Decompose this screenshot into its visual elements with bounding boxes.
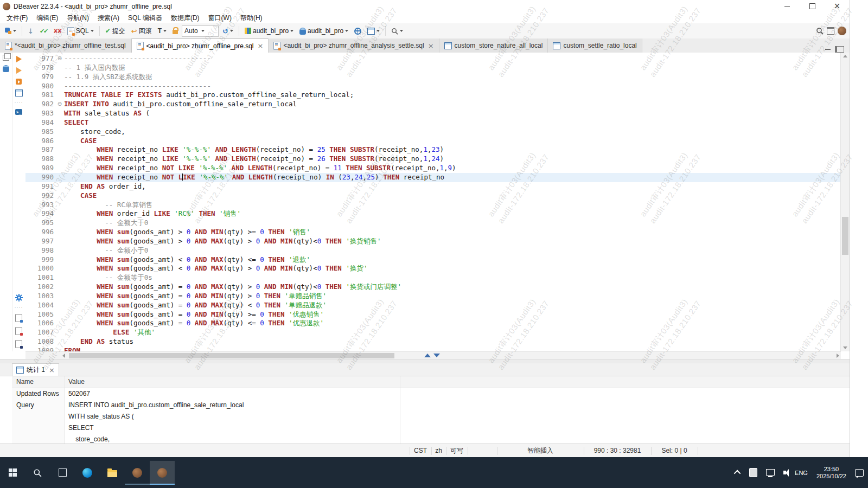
terminal-icon[interactable] — [15, 109, 22, 115]
column-header-name[interactable]: Name — [12, 376, 65, 388]
code-line[interactable]: 1003 WHEN sum(goods_amt) = 0 AND MIN(qty… — [25, 292, 841, 301]
code-area[interactable]: 977⊖------------------------------------… — [25, 53, 841, 351]
minimize-view-icon[interactable] — [825, 49, 831, 50]
result-grid-icon[interactable] — [15, 89, 23, 97]
code-line[interactable]: 990 WHEN receipt_no NOT LIKE '%-%-%' AND… — [25, 173, 841, 182]
code-line[interactable]: 980------------------------------------ — [25, 82, 841, 91]
tab-close-icon[interactable]: × — [48, 366, 55, 374]
maximize-view-icon[interactable] — [835, 46, 844, 53]
lock-button[interactable] — [170, 25, 180, 37]
tab-close-icon[interactable]: × — [257, 42, 264, 50]
code-line[interactable]: 1007 ELSE '其他' — [25, 328, 841, 337]
edge-button[interactable] — [75, 461, 100, 485]
rollback-marks-button[interactable]: ✘✘ — [51, 25, 63, 37]
editor-tab[interactable]: <audit_bi_pro> zhumr_offline_pre.sql× — [131, 38, 269, 53]
menu-item[interactable]: 文件(F) — [2, 14, 32, 23]
code-line[interactable]: 996 WHEN sum(goods_amt) > 0 AND MIN(qty)… — [25, 228, 841, 237]
query-history-button[interactable]: ↺ — [220, 25, 235, 37]
commit-mode-select[interactable]: Auto — [182, 25, 219, 37]
code-line[interactable]: 983WITH sale_status AS ( — [25, 109, 841, 118]
execute-script-icon[interactable] — [16, 67, 22, 74]
scroll-right-icon[interactable] — [837, 354, 839, 358]
menu-item[interactable]: 导航(N) — [62, 14, 93, 23]
task-view-button[interactable] — [50, 461, 75, 485]
perspective-icon[interactable] — [827, 27, 834, 35]
code-line[interactable]: 1006 WHEN sum(goods_amt) = 0 AND MAX(qty… — [25, 319, 841, 328]
execute-statement-icon[interactable] — [16, 56, 22, 62]
code-line[interactable]: 995 -- 金额大于0 — [25, 219, 841, 228]
scroll-left-icon[interactable] — [62, 354, 65, 358]
dbeaver-taskbar-button[interactable] — [125, 461, 150, 485]
code-line[interactable]: 998 -- 金额小于0 — [25, 246, 841, 255]
editor-tab[interactable]: custom_store_nature_all_local — [439, 38, 548, 53]
vertical-scroll-thumb[interactable] — [842, 217, 848, 255]
scroll-down-icon[interactable] — [843, 346, 847, 349]
document-dark-icon[interactable] — [15, 340, 22, 348]
schema-select[interactable]: audit_bi_pro — [297, 25, 350, 37]
database-navigator-icon[interactable] — [3, 65, 9, 72]
volume-tray-button[interactable] — [779, 457, 790, 488]
code-line[interactable]: 982⊖INSERT INTO audit_bi_pro.custom_offl… — [25, 100, 841, 109]
clock[interactable]: 23:50 2025/10/22 — [812, 466, 851, 480]
code-line[interactable]: 1009FROM — [25, 346, 841, 351]
code-line[interactable]: 1001 -- 金额等于0s — [25, 273, 841, 282]
code-line[interactable]: 981TRUNCATE TABLE IF EXISTS audit_bi_pro… — [25, 91, 841, 100]
editor-vertical-scrollbar[interactable] — [840, 53, 850, 351]
code-line[interactable]: 987 WHEN receipt_no LIKE '%-%-%' AND LEN… — [25, 145, 841, 155]
document-blue-icon[interactable] — [15, 314, 22, 322]
document-red-icon[interactable] — [15, 327, 22, 335]
file-explorer-button[interactable] — [100, 461, 125, 485]
table-row[interactable]: Updated Rows502067 — [12, 388, 850, 400]
code-line[interactable]: 1002 WHEN sum(goods_amt) = 0 AND MAX(qty… — [25, 282, 841, 292]
ime-tray-button[interactable] — [745, 457, 762, 488]
explain-plan-icon[interactable] — [16, 79, 22, 85]
code-line[interactable]: 978-- 1 插入国内数据 — [25, 63, 841, 73]
code-line[interactable]: 1004 WHEN sum(goods_amt) = 0 AND MAX(qty… — [25, 301, 841, 310]
menu-item[interactable]: 窗口(W) — [204, 14, 236, 23]
code-line[interactable]: 986 CASE — [25, 137, 841, 146]
code-line[interactable]: 993 -- RC单算销售 — [25, 201, 841, 210]
horizontal-scroll-thumb[interactable] — [69, 353, 394, 358]
code-line[interactable]: 1005 WHEN sum(goods_amt) = 0 AND MIN(qty… — [25, 310, 841, 319]
editor-tab[interactable]: custom_settle_ratio_local — [548, 38, 642, 53]
code-line[interactable]: 994 WHEN order_id LIKE 'RC%' THEN '销售' — [25, 209, 841, 219]
menu-item[interactable]: 数据库(D) — [167, 14, 204, 23]
dbeaver-taskbar-button-active[interactable] — [150, 461, 175, 485]
fold-marker[interactable]: ⊖ — [55, 54, 64, 63]
fold-marker[interactable]: ⊖ — [55, 100, 64, 109]
menu-item[interactable]: 帮助(H) — [236, 14, 267, 23]
scroll-up-icon[interactable] — [843, 55, 847, 57]
start-button[interactable] — [0, 461, 25, 485]
code-line[interactable]: 979-- 1.9 插入SBZ老系统数据 — [25, 73, 841, 82]
search-icon[interactable] — [816, 27, 824, 35]
code-line[interactable]: 997 WHEN sum(goods_amt) > 0 AND MAX(qty)… — [25, 237, 841, 246]
sql-editor[interactable]: 977⊖------------------------------------… — [25, 53, 841, 351]
taskbar-search-button[interactable] — [25, 461, 50, 485]
datasource-select[interactable]: audit_bi_pro — [242, 25, 296, 37]
editor-tab[interactable]: *<audit_bi_pro> zhumr_offline_test.sql — [0, 38, 131, 53]
sql-menu-button[interactable]: SQL — [65, 25, 96, 37]
fetch-button[interactable]: ↓ — [25, 25, 36, 37]
maximize-button[interactable] — [800, 0, 825, 12]
menu-item[interactable]: 编辑(E) — [32, 14, 62, 23]
column-header-value[interactable]: Value — [65, 376, 400, 388]
code-line[interactable]: 985 store_code, — [25, 127, 841, 137]
dbeaver-perspective-icon[interactable] — [838, 27, 846, 35]
commit-button[interactable]: ✔ 提交 — [103, 25, 127, 37]
table-row[interactable]: WITH sale_status AS ( — [12, 411, 850, 422]
settings-gear-icon[interactable] — [15, 294, 23, 301]
network-button[interactable] — [352, 25, 363, 37]
minimize-button[interactable] — [775, 0, 800, 12]
transaction-log-button[interactable]: T — [156, 25, 169, 37]
table-row[interactable]: SELECT — [12, 422, 850, 434]
new-connection-button[interactable] — [3, 25, 18, 37]
tray-expand-button[interactable] — [731, 457, 745, 488]
tab-close-icon[interactable]: × — [427, 42, 434, 50]
code-line[interactable]: 991 END AS order_id, — [25, 182, 841, 191]
code-line[interactable]: 992 CASE — [25, 191, 841, 201]
restore-panel-icon[interactable] — [3, 55, 9, 61]
grid-view-button[interactable] — [365, 25, 382, 37]
results-tab-statistics[interactable]: 统计 1 × — [12, 363, 59, 376]
code-line[interactable]: 1008 END AS status — [25, 337, 841, 346]
toolbar-search-button[interactable] — [389, 25, 405, 37]
